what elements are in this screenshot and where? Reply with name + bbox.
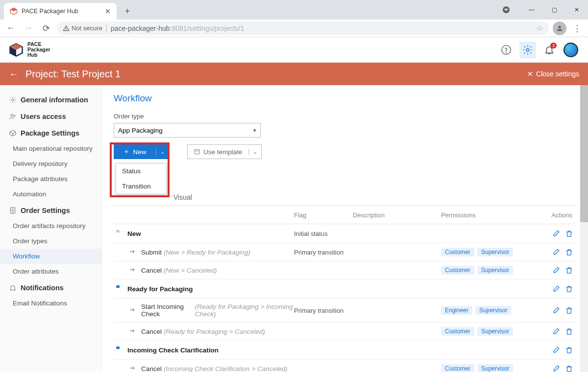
- notifications-icon[interactable]: 3: [541, 42, 558, 58]
- close-settings-button[interactable]: ✕ Close settings: [527, 70, 579, 78]
- tab-close-icon[interactable]: ✕: [105, 7, 111, 15]
- edit-icon[interactable]: [552, 248, 560, 256]
- transition-row: Cancel (Incoming Check Clarification > C…: [114, 360, 576, 372]
- sidebar-item-automation[interactable]: Automation: [0, 186, 101, 202]
- new-tab-button[interactable]: +: [121, 4, 134, 18]
- scrollbar-thumb[interactable]: [580, 85, 588, 222]
- settings-icon[interactable]: [519, 42, 536, 58]
- browser-tab-strip: PACE Packager Hub ✕ + — ▢ ✕: [0, 0, 588, 20]
- transition-row: Submit (New > Ready for Packaging)Primar…: [114, 243, 576, 261]
- window-minimize[interactable]: —: [520, 0, 543, 20]
- sidebar-item-main-repo[interactable]: Main operational repository: [0, 141, 101, 156]
- edit-icon[interactable]: [552, 365, 560, 372]
- nav-reload-icon[interactable]: ⟳: [39, 22, 53, 35]
- delete-icon[interactable]: [565, 230, 573, 238]
- sidebar-section-order[interactable]: Order Settings: [0, 202, 101, 218]
- delete-icon[interactable]: [565, 306, 573, 315]
- sidebar-section-users[interactable]: Users access: [0, 108, 101, 124]
- url-bar[interactable]: Not secure pace-packager-hub:8081/settin…: [57, 22, 549, 35]
- delete-icon[interactable]: [565, 285, 573, 293]
- nav-back-icon[interactable]: ←: [4, 22, 18, 35]
- chrome-account-icon[interactable]: [503, 6, 510, 13]
- tab-visual[interactable]: Visual: [172, 189, 194, 205]
- sidebar-label: General information: [21, 96, 88, 104]
- sidebar-section-general[interactable]: General information: [0, 91, 101, 108]
- sidebar-item-order-attrs[interactable]: Order attributes: [0, 264, 101, 279]
- content-scrollbar[interactable]: [580, 85, 588, 372]
- window-controls: — ▢ ✕: [520, 0, 588, 20]
- status-name: Incoming Check Clarification: [127, 347, 219, 354]
- permission-pill: Engineer: [441, 306, 472, 315]
- chrome-menu-icon[interactable]: ⋮: [570, 22, 584, 35]
- banner-title: Project: Test Project 1: [25, 69, 121, 80]
- use-template-split[interactable]: ⌄: [248, 149, 261, 155]
- order-type-label: Order type: [114, 113, 576, 120]
- svg-point-4: [558, 25, 561, 28]
- col-actions: Actions: [529, 211, 576, 219]
- permission-pill: Supervisor: [477, 364, 513, 372]
- template-icon: [194, 148, 200, 155]
- tab-favicon: [10, 7, 18, 15]
- help-icon[interactable]: [498, 42, 514, 58]
- permission-pill: Customer: [441, 248, 474, 256]
- edit-icon[interactable]: [552, 230, 560, 238]
- main-layout: General information Users access Package…: [0, 85, 588, 372]
- row-flag: Primary transition: [294, 307, 353, 314]
- transition-name: Start Incoming Check: [141, 303, 193, 318]
- delete-icon[interactable]: [565, 327, 573, 336]
- app-logo[interactable]: PACEPackagerHub: [9, 42, 50, 58]
- browser-tab[interactable]: PACE Packager Hub ✕: [4, 3, 117, 20]
- permission-pill: Customer: [441, 364, 474, 372]
- sidebar-item-artifacts-repo[interactable]: Order artifacts repository: [0, 218, 101, 233]
- transition-path: (Incoming Check Clarification > Canceled…: [164, 365, 288, 372]
- delete-icon[interactable]: [565, 266, 573, 275]
- delete-icon[interactable]: [565, 346, 573, 354]
- status-row: Incoming Check Clarification: [114, 341, 576, 360]
- col-flag: Flag: [294, 211, 353, 219]
- row-flag: Primary transition: [294, 249, 353, 256]
- order-type-value: App Packaging: [118, 127, 163, 134]
- edit-icon[interactable]: [552, 306, 560, 315]
- use-template-button[interactable]: Use template ⌄: [187, 144, 262, 159]
- new-button-split[interactable]: ⌄: [156, 149, 169, 155]
- banner-back-icon[interactable]: ←: [9, 69, 19, 80]
- sidebar-item-email-notif[interactable]: Email Notifications: [0, 296, 101, 311]
- sidebar-section-notifications[interactable]: Notifications: [0, 279, 101, 296]
- sidebar-item-package-attrs[interactable]: Package attributes: [0, 171, 101, 186]
- settings-sidebar: General information Users access Package…: [0, 85, 102, 372]
- delete-icon[interactable]: [565, 365, 573, 372]
- permission-pill: Supervisor: [475, 306, 511, 315]
- transition-row: Cancel (Ready for Packaging > Canceled)C…: [114, 323, 576, 341]
- chrome-profile-icon[interactable]: [553, 22, 566, 35]
- not-secure-warning: Not secure: [63, 24, 102, 32]
- edit-icon[interactable]: [552, 266, 560, 275]
- sidebar-item-delivery-repo[interactable]: Delivery repository: [0, 156, 101, 171]
- dropdown-item-status[interactable]: Status: [116, 163, 166, 179]
- transition-path: (Ready for Packaging > Incoming Check): [195, 303, 294, 318]
- status-row: NewInitial status: [114, 224, 576, 243]
- edit-icon[interactable]: [552, 327, 560, 336]
- svg-point-13: [14, 115, 15, 116]
- tab-title: PACE Packager Hub: [22, 8, 101, 15]
- edit-icon[interactable]: [552, 285, 560, 293]
- sidebar-item-order-types[interactable]: Order types: [0, 233, 101, 249]
- user-avatar[interactable]: [563, 42, 579, 58]
- bookmark-star-icon[interactable]: ☆: [536, 23, 543, 33]
- sidebar-section-package[interactable]: Package Settings: [0, 124, 101, 141]
- window-close[interactable]: ✕: [565, 0, 588, 20]
- nav-forward-icon: →: [22, 22, 35, 35]
- order-type-select[interactable]: App Packaging ▾: [114, 123, 261, 138]
- transition-name: Submit: [141, 249, 162, 256]
- plus-icon: ＋: [123, 147, 130, 156]
- flag-icon: [115, 284, 123, 293]
- url-text: pace-packager-hub:8081/settings/projects…: [111, 24, 244, 32]
- dropdown-item-transition[interactable]: Transition: [116, 179, 166, 194]
- new-button[interactable]: ＋New ⌄: [114, 144, 169, 159]
- window-maximize[interactable]: ▢: [543, 0, 565, 20]
- edit-icon[interactable]: [552, 346, 560, 354]
- app-header: PACEPackagerHub 3: [0, 37, 588, 63]
- svg-rect-19: [195, 149, 199, 154]
- sidebar-item-workflow[interactable]: Workflow: [0, 249, 101, 264]
- flag-icon: [115, 229, 123, 238]
- delete-icon[interactable]: [565, 248, 573, 256]
